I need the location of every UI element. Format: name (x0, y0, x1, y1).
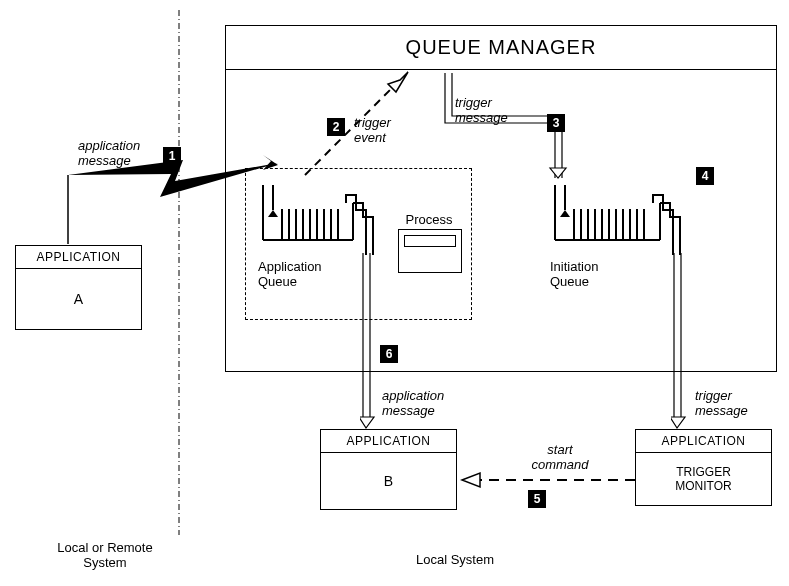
trigger-monitor: APPLICATION TRIGGER MONITOR (635, 429, 772, 506)
region-right-label: Local System (380, 552, 530, 567)
step-2: 2 (327, 118, 345, 136)
step-6: 6 (380, 345, 398, 363)
label-application-message-top: application message (78, 138, 140, 168)
step-1: 1 (163, 147, 181, 165)
svg-marker-18 (560, 210, 570, 217)
svg-marker-35 (263, 155, 278, 170)
label-trigger-message-bottom: trigger message (695, 388, 748, 418)
arrow-step-3 (440, 73, 620, 188)
arrow-step-5 (460, 470, 640, 490)
process-block: Process (398, 212, 460, 273)
step-4: 4 (696, 167, 714, 185)
application-b: APPLICATION B (320, 429, 457, 510)
region-left-label: Local or Remote System (40, 540, 170, 570)
initiation-queue-label: Initiation Queue (550, 259, 690, 289)
application-b-name: B (321, 453, 456, 509)
step-3: 3 (547, 114, 565, 132)
application-a-name: A (16, 269, 141, 329)
application-a-header: APPLICATION (16, 246, 141, 269)
label-trigger-message-top: trigger message (455, 95, 508, 125)
initiation-queue: Initiation Queue (550, 185, 690, 305)
label-trigger-event: trigger event (354, 115, 391, 145)
application-b-header: APPLICATION (321, 430, 456, 453)
arrow-step-6 (360, 253, 380, 431)
label-start-command: start command (520, 442, 600, 472)
process-label: Process (398, 212, 460, 227)
svg-marker-44 (360, 417, 374, 428)
svg-marker-37 (388, 72, 408, 92)
svg-marker-41 (671, 417, 685, 428)
application-a: APPLICATION A (15, 245, 142, 330)
trigger-monitor-name: TRIGGER MONITOR (636, 453, 771, 505)
label-application-message-bottom: application message (382, 388, 444, 418)
trigger-monitor-header: APPLICATION (636, 430, 771, 453)
arrow-step-4 (671, 253, 691, 431)
queue-manager-title: QUEUE MANAGER (226, 26, 776, 69)
step-5: 5 (528, 490, 546, 508)
svg-marker-38 (550, 168, 566, 178)
system-divider (178, 10, 180, 535)
svg-marker-46 (462, 473, 480, 487)
